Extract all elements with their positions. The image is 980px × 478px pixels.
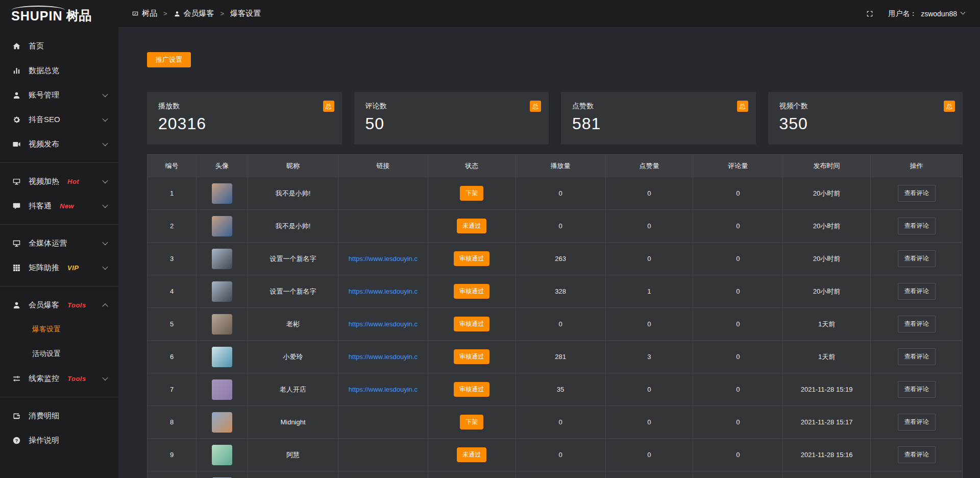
sidebar-item-线索监控[interactable]: 线索监控Tools xyxy=(0,366,118,391)
cell-avatar xyxy=(197,406,248,439)
video-link[interactable]: https://www.iesdouyin.c xyxy=(338,320,428,328)
sidebar-item-会员爆客[interactable]: 会员爆客Tools xyxy=(0,293,118,317)
cell-time: 2021-11-28 15:19 xyxy=(783,373,871,406)
cell-status: 审核通过 xyxy=(428,308,516,341)
table-row: 2我不是小帅!未通过00020小时前查看评论 xyxy=(148,210,963,243)
sidebar-item-抖音SEO[interactable]: 抖音SEO xyxy=(0,107,118,132)
column-header-0: 编号 xyxy=(148,155,197,177)
cell-likes: 0 xyxy=(605,210,693,243)
status-button[interactable]: 未通过 xyxy=(457,447,486,462)
promo-settings-button[interactable]: 推广设置 xyxy=(147,52,191,67)
chevron-up-icon xyxy=(102,303,108,309)
sidebar: SHUPIN 树品 首页数据总览账号管理抖音SEO视频发布视频加热Hot抖客通N… xyxy=(0,0,118,478)
cell-link xyxy=(338,406,428,439)
sidebar-item-首页[interactable]: 首页 xyxy=(0,34,118,58)
video-link[interactable]: https://www.iesdouyin.c xyxy=(338,288,428,295)
cell-comments: 0 xyxy=(693,406,783,439)
view-comments-button[interactable]: 查看评论 xyxy=(898,316,936,332)
breadcrumb-item-member[interactable]: 会员爆客 xyxy=(174,9,214,18)
username-label: 用户名： xyxy=(888,9,917,18)
cell-nickname: 我不是小帅! xyxy=(248,210,338,243)
username-menu[interactable]: 用户名：zswodun88 xyxy=(888,9,965,18)
view-comments-button[interactable]: 查看评论 xyxy=(898,348,936,365)
view-comments-button[interactable]: 查看评论 xyxy=(898,283,936,300)
column-header-7: 评论量 xyxy=(693,155,783,177)
grid-icon xyxy=(12,264,21,272)
stat-card: 点赞数581总 xyxy=(561,92,756,145)
breadcrumb-separator: > xyxy=(163,10,167,17)
cell-likes: 0 xyxy=(605,373,693,406)
cell-comments: 0 xyxy=(693,210,783,243)
status-button[interactable]: 下架 xyxy=(460,415,483,429)
cell-action: 查看评论 xyxy=(871,210,963,243)
video-link[interactable]: https://www.iesdouyin.c xyxy=(338,353,428,361)
status-button[interactable]: 审核通过 xyxy=(454,251,489,266)
total-badge: 总 xyxy=(737,101,748,112)
cell-status: 审核通过 xyxy=(428,243,516,275)
cell-avatar xyxy=(197,341,248,373)
cell-id: 8 xyxy=(148,406,197,439)
help-icon: ? xyxy=(12,436,21,445)
status-button[interactable]: 下架 xyxy=(460,186,483,201)
cell-link xyxy=(338,177,428,210)
sidebar-item-矩阵助推[interactable]: 矩阵助推VIP xyxy=(0,255,118,280)
column-header-5: 播放量 xyxy=(516,155,605,177)
cell-status: 审核通过 xyxy=(428,373,516,406)
sidebar-item-操作说明[interactable]: ?操作说明 xyxy=(0,428,118,452)
home-icon xyxy=(12,42,21,51)
sidebar-item-抖客通[interactable]: 抖客通New xyxy=(0,194,118,218)
sidebar-item-视频加热[interactable]: 视频加热Hot xyxy=(0,169,118,194)
cell-likes: 0 xyxy=(605,406,693,439)
table-row: 10 xyxy=(148,471,963,478)
view-comments-button[interactable]: 查看评论 xyxy=(898,381,936,398)
cell-avatar xyxy=(197,243,248,275)
sidebar-item-消费明细[interactable]: 消费明细 xyxy=(0,403,118,428)
status-button[interactable]: 审核通过 xyxy=(454,382,489,397)
cell-action: 查看评论 xyxy=(871,275,963,308)
cell-avatar xyxy=(197,471,248,478)
view-comments-button[interactable]: 查看评论 xyxy=(898,414,936,431)
video-link[interactable]: https://www.iesdouyin.c xyxy=(338,255,428,262)
view-comments-button[interactable]: 查看评论 xyxy=(898,218,936,234)
logo[interactable]: SHUPIN 树品 xyxy=(0,0,118,28)
view-comments-button[interactable]: 查看评论 xyxy=(898,250,936,267)
cell-time xyxy=(783,471,871,478)
breadcrumb-item-home[interactable]: 树品 xyxy=(132,9,157,18)
stat-label: 播放数 xyxy=(158,102,331,111)
logo-text-cn: 树品 xyxy=(66,4,91,24)
column-header-4: 状态 xyxy=(428,155,516,177)
cell-avatar xyxy=(197,177,248,210)
sidebar-item-label: 会员爆客 xyxy=(29,300,59,310)
cell-status: 审核通过 xyxy=(428,341,516,373)
sidebar-item-全媒体运营[interactable]: 全媒体运营 xyxy=(0,231,118,255)
cell-nickname: 老人开店 xyxy=(248,373,338,406)
status-button[interactable]: 未通过 xyxy=(457,219,486,233)
sidebar-item-账号管理[interactable]: 账号管理 xyxy=(0,83,118,107)
status-button[interactable]: 审核通过 xyxy=(454,349,489,364)
column-header-3: 链接 xyxy=(338,155,428,177)
sidebar-subitem-爆客设置[interactable]: 爆客设置 xyxy=(0,317,118,342)
status-button[interactable]: 审核通过 xyxy=(454,317,489,331)
breadcrumb-separator: > xyxy=(220,10,225,17)
column-header-2: 昵称 xyxy=(248,155,338,177)
table-row: 1我不是小帅!下架00020小时前查看评论 xyxy=(148,177,963,210)
sidebar-item-label: 首页 xyxy=(29,41,44,51)
cell-link: https://www.iesdouyin.c xyxy=(338,243,428,275)
video-link[interactable]: https://www.iesdouyin.c xyxy=(338,386,428,393)
avatar xyxy=(212,281,232,302)
chart-icon xyxy=(12,66,21,75)
member-table: 编号头像昵称链接状态播放量点赞量评论量发布时间操作1我不是小帅!下架00020小… xyxy=(147,154,963,478)
fullscreen-icon[interactable] xyxy=(866,10,874,18)
status-button[interactable]: 审核通过 xyxy=(454,284,489,299)
sidebar-item-视频发布[interactable]: 视频发布 xyxy=(0,132,118,156)
cell-link: https://www.iesdouyin.c xyxy=(338,341,428,373)
view-comments-button[interactable]: 查看评论 xyxy=(898,185,936,202)
cell-action: 查看评论 xyxy=(871,373,963,406)
cell-status: 审核通过 xyxy=(428,275,516,308)
sidebar-item-数据总览[interactable]: 数据总览 xyxy=(0,58,118,83)
sidebar-item-label: 视频发布 xyxy=(29,139,59,149)
cell-nickname: 我不是小帅! xyxy=(248,177,338,210)
sidebar-subitem-活动设置[interactable]: 活动设置 xyxy=(0,342,118,366)
cell-action: 查看评论 xyxy=(871,439,963,471)
view-comments-button[interactable]: 查看评论 xyxy=(898,446,936,463)
